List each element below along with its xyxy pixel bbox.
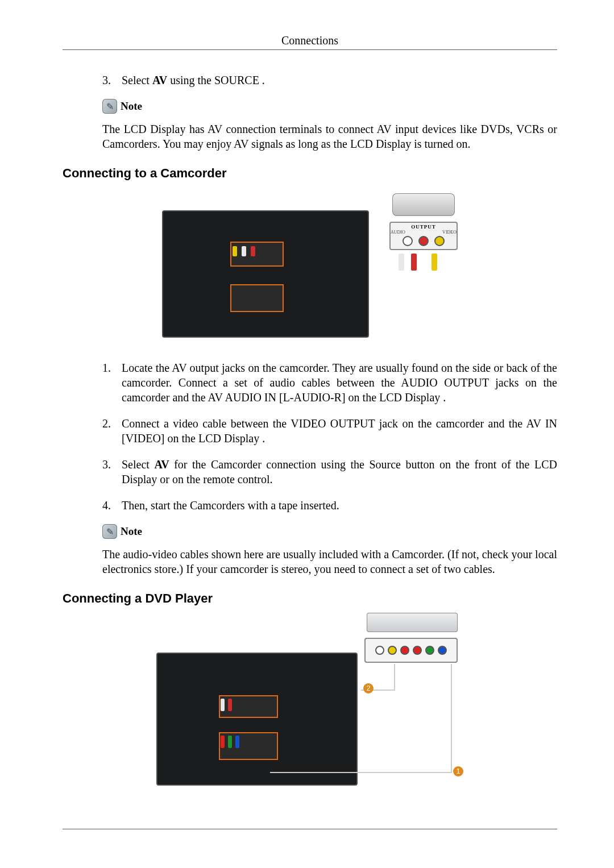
plug-red-icon: [228, 699, 232, 711]
header-rule: [63, 49, 557, 50]
output-title: OUTPUT: [411, 224, 436, 230]
component-panel-icon: [219, 732, 278, 760]
step-number: 1.: [102, 360, 122, 405]
jack-audio-r-icon: [418, 236, 429, 246]
jack-icon: [413, 646, 422, 655]
av-in-panel-icon: [230, 242, 284, 267]
list-item: 3. Select AV using the SOURCE .: [102, 73, 557, 88]
note-label: Note: [121, 100, 142, 113]
callout-2-icon: 2: [363, 683, 374, 693]
plug-white-icon: [221, 699, 225, 711]
figure-camcorder: OUTPUT AUDIO VIDEO: [63, 188, 557, 347]
step-bold: AV: [152, 74, 167, 86]
step-bold: AV: [154, 458, 169, 471]
plug-red-icon: [251, 246, 255, 256]
step-text: Connect a video cable between the VIDEO …: [122, 416, 557, 446]
plug-pb-icon: [235, 736, 239, 748]
output-audio-label: AUDIO: [391, 230, 405, 235]
io-panel-icon: [230, 284, 284, 312]
step-text: Then, start the Camcorders with a tape i…: [122, 498, 557, 513]
note-icon: ✎: [102, 99, 117, 114]
list-item: 4. Then, start the Camcorders with a tap…: [102, 498, 557, 513]
page-header: Connections: [63, 34, 557, 47]
section-heading-dvd: Connecting a DVD Player: [63, 591, 557, 606]
plug-pr-icon: [221, 736, 225, 748]
cable-white-icon: [399, 254, 404, 271]
jack-video-icon: [434, 236, 445, 246]
step-number: 3.: [102, 73, 122, 88]
output-video-label: VIDEO: [442, 230, 457, 235]
note-icon: ✎: [102, 524, 117, 539]
step-text: Select: [122, 458, 154, 471]
jack-audio-l-icon: [403, 236, 413, 246]
note-text: The audio-video cables shown here are us…: [102, 547, 557, 576]
camcorder-output-panel: OUTPUT AUDIO VIDEO: [389, 222, 458, 250]
cable-red-icon: [411, 254, 417, 271]
step-text: Select: [122, 74, 152, 86]
audio-panel-icon: [219, 695, 278, 718]
section-heading-camcorder: Connecting to a Camcorder: [63, 166, 557, 181]
jack-icon: [400, 646, 409, 655]
lcd-display-icon: [162, 210, 369, 338]
note-label: Note: [121, 525, 142, 538]
step-number: 4.: [102, 498, 122, 513]
cable-yellow-icon: [432, 254, 437, 271]
dvd-output-panel-icon: [364, 638, 458, 663]
jack-icon: [438, 646, 447, 655]
callout-1-icon: 1: [453, 766, 463, 776]
step-text: for the Camcorder connection using the S…: [122, 458, 557, 485]
plug-yellow-icon: [233, 246, 237, 256]
footer-rule: [63, 829, 557, 829]
jack-icon: [388, 646, 397, 655]
figure-dvd: 1 2: [63, 613, 557, 800]
jack-icon: [375, 646, 384, 655]
list-item: 2. Connect a video cable between the VID…: [102, 416, 557, 446]
step-number: 2.: [102, 416, 122, 446]
plug-white-icon: [242, 246, 246, 256]
lcd-display-icon: [156, 653, 358, 786]
dvd-player-icon: [367, 613, 458, 632]
jack-icon: [425, 646, 434, 655]
list-item: 3. Select AV for the Camcorder connectio…: [102, 457, 557, 487]
step-text: Locate the AV output jacks on the camcor…: [122, 360, 557, 405]
list-item: 1. Locate the AV output jacks on the cam…: [102, 360, 557, 405]
plug-y-icon: [228, 736, 232, 748]
step-number: 3.: [102, 457, 122, 487]
note-text: The LCD Display has AV connection termin…: [102, 122, 557, 151]
step-text: using the SOURCE .: [167, 74, 265, 86]
camcorder-icon: [389, 188, 458, 219]
